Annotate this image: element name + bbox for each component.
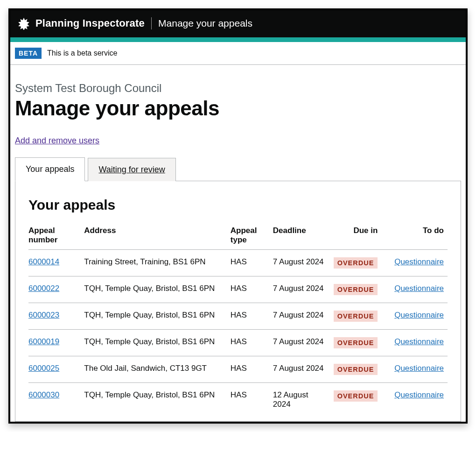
- todo-link[interactable]: Questionnaire: [394, 337, 444, 346]
- appeal-number-link[interactable]: 6000025: [28, 364, 59, 373]
- appeal-deadline: 12 August 2024: [273, 383, 329, 417]
- status-badge: OVERDUE: [334, 311, 378, 322]
- appeal-address: Training Street, Training, BS1 6PN: [84, 250, 230, 276]
- todo-link[interactable]: Questionnaire: [394, 390, 444, 399]
- tabs: Your appeals Waiting for review: [15, 157, 461, 181]
- col-address: Address: [84, 221, 230, 250]
- appeal-deadline: 7 August 2024: [273, 250, 329, 276]
- table-row: 6000014Training Street, Training, BS1 6P…: [28, 250, 448, 276]
- appeal-address: TQH, Temple Quay, Bristol, BS1 6PN: [84, 383, 230, 417]
- tab-panel-your-appeals: Your appeals Appeal number Address Appea…: [15, 181, 461, 422]
- tab-your-appeals[interactable]: Your appeals: [15, 157, 85, 181]
- appeal-type: HAS: [231, 250, 273, 276]
- header-logo[interactable]: Planning Inspectorate: [16, 17, 145, 30]
- status-badge: OVERDUE: [334, 364, 378, 375]
- col-appeal-number: Appeal number: [28, 221, 84, 250]
- appeal-number-link[interactable]: 6000014: [28, 257, 59, 266]
- table-row: 6000025The Old Jail, Sandwich, CT13 9GTH…: [28, 356, 448, 383]
- col-due-in: Due in: [329, 221, 381, 250]
- caption: System Test Borough Council: [15, 82, 461, 95]
- appeal-deadline: 7 August 2024: [273, 276, 329, 303]
- appeal-type: HAS: [231, 276, 273, 303]
- appeal-type: HAS: [231, 383, 273, 417]
- todo-link[interactable]: Questionnaire: [394, 364, 444, 373]
- appeal-type: HAS: [231, 303, 273, 330]
- global-header: Planning Inspectorate Manage your appeal…: [10, 10, 466, 37]
- table-row: 6000022TQH, Temple Quay, Bristol, BS1 6P…: [28, 276, 448, 303]
- table-row: 6000023TQH, Temple Quay, Bristol, BS1 6P…: [28, 303, 448, 330]
- panel-heading: Your appeals: [28, 197, 448, 213]
- status-badge: OVERDUE: [334, 257, 378, 269]
- appeal-type: HAS: [231, 330, 273, 356]
- appeal-type: HAS: [231, 356, 273, 383]
- appeal-number-link[interactable]: 6000030: [28, 390, 59, 399]
- header-divider: [151, 17, 152, 29]
- page-title: Manage your appeals: [15, 97, 461, 120]
- appeal-deadline: 7 August 2024: [273, 356, 329, 383]
- appeal-address: TQH, Temple Quay, Bristol, BS1 6PN: [84, 303, 230, 330]
- appeal-address: TQH, Temple Quay, Bristol, BS1 6PN: [84, 330, 230, 356]
- add-remove-users-link[interactable]: Add and remove users: [15, 136, 99, 145]
- product-name: Planning Inspectorate: [35, 17, 145, 29]
- status-badge: OVERDUE: [334, 337, 378, 348]
- col-to-do: To do: [381, 221, 448, 250]
- todo-link[interactable]: Questionnaire: [394, 284, 444, 293]
- appeal-deadline: 7 August 2024: [273, 330, 329, 356]
- accent-bar: [10, 37, 466, 42]
- appeal-number-link[interactable]: 6000022: [28, 284, 59, 293]
- col-deadline: Deadline: [273, 221, 329, 250]
- todo-link[interactable]: Questionnaire: [394, 257, 444, 266]
- phase-banner: BETA This is a beta service: [10, 42, 466, 65]
- appeal-address: The Old Jail, Sandwich, CT13 9GT: [84, 356, 230, 383]
- appeal-number-link[interactable]: 6000019: [28, 337, 59, 346]
- crown-icon: [16, 17, 32, 30]
- status-badge: OVERDUE: [334, 390, 378, 402]
- appeal-number-link[interactable]: 6000023: [28, 311, 59, 319]
- appeals-table: Appeal number Address Appeal type Deadli…: [28, 221, 448, 417]
- phase-text: This is a beta service: [47, 49, 117, 57]
- status-badge: OVERDUE: [334, 284, 378, 295]
- table-row: 6000019TQH, Temple Quay, Bristol, BS1 6P…: [28, 330, 448, 356]
- table-row: 6000030TQH, Temple Quay, Bristol, BS1 6P…: [28, 383, 448, 417]
- svg-point-0: [22, 21, 26, 26]
- appeal-address: TQH, Temple Quay, Bristol, BS1 6PN: [84, 276, 230, 303]
- service-name-link[interactable]: Manage your appeals: [158, 18, 252, 29]
- appeal-deadline: 7 August 2024: [273, 303, 329, 330]
- todo-link[interactable]: Questionnaire: [394, 311, 444, 319]
- col-appeal-type: Appeal type: [231, 221, 273, 250]
- beta-tag: BETA: [15, 48, 42, 59]
- tab-waiting-for-review[interactable]: Waiting for review: [88, 158, 175, 181]
